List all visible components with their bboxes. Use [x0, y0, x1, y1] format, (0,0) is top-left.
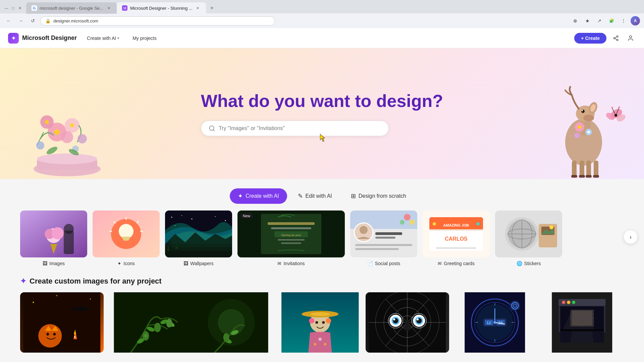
nav-create-ai-chevron: ▾	[117, 36, 119, 40]
category-stickers[interactable]: 🌐 Stickers	[495, 210, 562, 266]
profile-avatar[interactable]: A	[631, 16, 640, 25]
svg-rect-75	[268, 222, 315, 225]
svg-rect-185	[559, 299, 606, 306]
tab-edit-ai-label: Edit with AI	[306, 193, 332, 199]
svg-point-110	[549, 225, 553, 229]
back-button[interactable]: ←	[4, 16, 13, 25]
create-button[interactable]: + Create	[574, 33, 606, 44]
address-box[interactable]: 🔒 designer.microsoft.com	[40, 16, 275, 25]
action-tabs: ✦ Create with AI ✎ Edit with AI ⊞ Design…	[0, 179, 644, 210]
tab-label-designer: Microsoft Designer - Stunning ...	[130, 6, 193, 11]
svg-point-16	[36, 141, 44, 149]
tab-favicon-google: G	[32, 5, 37, 11]
share-toolbar-icon[interactable]: ↗	[594, 16, 604, 26]
cast-icon[interactable]: ⊕	[570, 16, 580, 26]
hero-content: What do you want to design?	[201, 91, 443, 136]
svg-rect-35	[571, 175, 577, 178]
category-wallpapers[interactable]: 🖼 Wallpapers	[165, 210, 232, 266]
svg-point-116	[56, 295, 57, 296]
category-icon-invitations: ✉	[277, 261, 281, 266]
tab-design-scratch[interactable]: ⊞ Design from scratch	[343, 188, 414, 204]
svg-point-98	[433, 222, 436, 226]
app-logo[interactable]: ✦ Microsoft Designer	[8, 33, 77, 44]
custom-image-halloween[interactable]	[20, 292, 104, 353]
svg-point-112	[38, 324, 62, 348]
cursor	[320, 134, 324, 140]
hero-right-decoration	[530, 65, 631, 179]
svg-rect-100	[436, 247, 476, 249]
bookmark-icon[interactable]: ★	[582, 16, 592, 26]
custom-image-window[interactable]	[540, 292, 624, 353]
svg-rect-76	[271, 227, 311, 229]
categories-section: 🖼 Images	[0, 210, 644, 266]
svg-point-53	[52, 227, 64, 239]
tab-create-ai[interactable]: ✦ Create with AI	[230, 188, 287, 204]
svg-line-3	[615, 39, 616, 40]
custom-images-grid: 12 30	[20, 292, 624, 353]
search-icon	[209, 125, 215, 132]
category-image-icons	[93, 210, 160, 257]
tab-close-designer[interactable]: ✕	[195, 5, 201, 11]
svg-point-187	[567, 301, 571, 304]
categories-scroll: 🖼 Images	[20, 210, 624, 266]
svg-text:AMAZING JOB: AMAZING JOB	[443, 223, 469, 227]
category-greeting-cards[interactable]: AMAZING JOB CARLOS ✉ Greeting cards	[423, 210, 490, 266]
nav-my-projects[interactable]: My projects	[129, 34, 160, 43]
address-bar-row: ← → ↺ 🔒 designer.microsoft.com ⊕ ★ ↗ 🧩 ⋮…	[0, 13, 644, 28]
custom-image-olives[interactable]	[108, 292, 274, 353]
svg-point-17	[77, 134, 87, 143]
tab-designer[interactable]: M Microsoft Designer - Stunning ... ✕	[117, 2, 206, 14]
minimize-button[interactable]: —	[4, 6, 9, 10]
reload-button[interactable]: ↺	[28, 16, 38, 25]
menu-icon[interactable]: ⋮	[619, 16, 629, 26]
tab-close-google[interactable]: ✕	[106, 5, 111, 11]
search-input[interactable]	[219, 125, 381, 131]
edit-ai-icon: ✎	[298, 192, 303, 200]
logo-text: Microsoft Designer	[22, 35, 77, 42]
maximize-button[interactable]: □	[11, 6, 15, 10]
custom-image-tech[interactable]: 12 30	[453, 292, 537, 353]
category-label-greeting: ✉ Greeting cards	[423, 261, 490, 266]
svg-point-12	[61, 131, 73, 143]
forward-button[interactable]: →	[16, 16, 25, 25]
svg-point-2	[616, 39, 618, 41]
custom-image-sombrero[interactable]	[278, 292, 362, 353]
svg-point-136	[315, 321, 318, 324]
svg-point-137	[322, 321, 325, 324]
svg-point-70	[215, 216, 216, 217]
svg-point-84	[360, 226, 368, 234]
new-badge: New	[240, 213, 253, 219]
svg-point-14	[70, 123, 74, 127]
tab-edit-ai[interactable]: ✎ Edit with AI	[290, 188, 340, 204]
category-icons[interactable]: ✦ Icons	[93, 210, 160, 266]
extensions-icon[interactable]: 🧩	[606, 16, 616, 26]
custom-images-section: ✦ Create custom images for any project	[0, 266, 644, 353]
tab-google-search[interactable]: G microsoft designer - Google Se... ✕	[26, 2, 117, 14]
category-invitations[interactable]: New Opening day party	[237, 210, 345, 266]
svg-point-89	[404, 214, 411, 221]
scroll-right-button[interactable]: ›	[624, 230, 637, 244]
close-button[interactable]: ✕	[17, 6, 22, 10]
svg-line-4	[615, 37, 616, 38]
svg-point-125	[166, 319, 172, 327]
svg-rect-194	[560, 329, 604, 331]
new-tab-button[interactable]: +	[207, 3, 217, 13]
category-label-images: 🖼 Images	[20, 261, 87, 266]
category-images[interactable]: 🖼 Images	[20, 210, 87, 266]
svg-point-42	[587, 131, 590, 133]
hero-search-box[interactable]	[201, 121, 389, 136]
category-image-invitations: New Opening day party	[237, 210, 345, 257]
nav-create-ai[interactable]: Create with AI ▾	[84, 34, 122, 43]
share-button[interactable]	[610, 33, 621, 44]
category-image-greeting: AMAZING JOB CARLOS	[423, 210, 490, 257]
svg-rect-87	[355, 244, 412, 246]
svg-text:12: 12	[487, 321, 491, 325]
svg-point-48	[611, 107, 613, 109]
user-avatar[interactable]	[625, 33, 636, 44]
section-title: ✦ Create custom images for any project	[20, 277, 624, 286]
svg-rect-80	[281, 242, 301, 244]
custom-image-spiderweb[interactable]	[366, 292, 449, 353]
svg-point-8	[37, 154, 97, 164]
svg-rect-34	[594, 161, 598, 177]
category-social-posts[interactable]: 📄 Social posts	[350, 210, 417, 266]
